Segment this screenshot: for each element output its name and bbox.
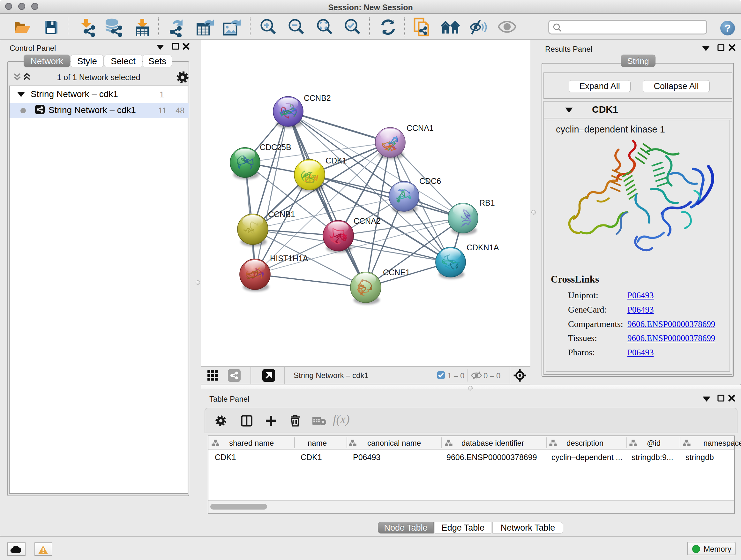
- svg-text:CCNA2: CCNA2: [354, 216, 381, 226]
- svg-text:CDC25B: CDC25B: [260, 143, 291, 152]
- svg-text:HIST1H1A: HIST1H1A: [270, 254, 308, 263]
- svg-text:CDK1: CDK1: [326, 156, 347, 165]
- svg-text:CCNB2: CCNB2: [304, 94, 331, 103]
- svg-text:CCNA1: CCNA1: [407, 124, 434, 132]
- svg-text:CCNB1: CCNB1: [268, 210, 295, 219]
- svg-text:CCNE1: CCNE1: [383, 268, 410, 277]
- svg-text:RB1: RB1: [479, 198, 495, 207]
- svg-text:CDC6: CDC6: [419, 177, 441, 186]
- svg-text:CDKN1A: CDKN1A: [467, 243, 499, 252]
